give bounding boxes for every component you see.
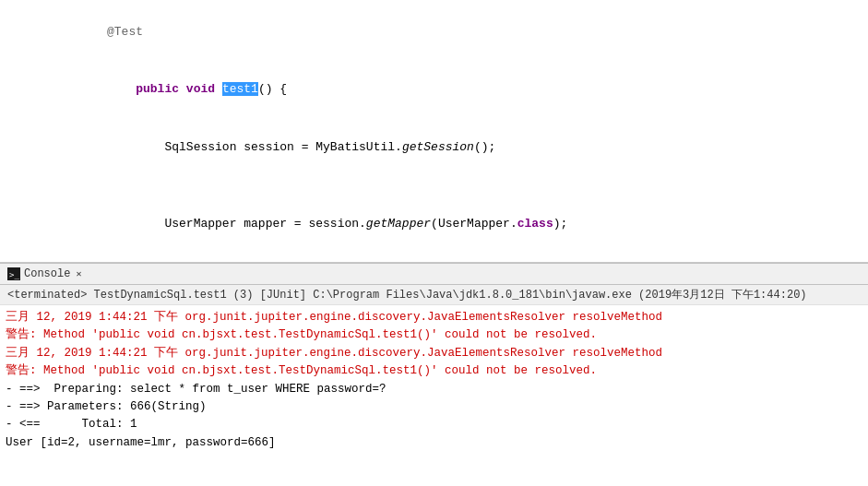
console-section: >_ Console ✕ <terminated> TestDynamicSql… — [0, 263, 868, 486]
code-editor: @Test public void test1() { SqlSession s… — [0, 0, 868, 263]
terminated-text: <terminated> TestDynamicSql.test1 (3) [J… — [7, 289, 807, 302]
code-content: @Test public void test1() { SqlSession s… — [0, 0, 868, 263]
console-output-line: 警告: Method 'public void cn.bjsxt.test.Te… — [6, 362, 862, 380]
line-text: SqlSession session = MyBatisUtil.getSess… — [35, 119, 861, 176]
terminated-bar: <terminated> TestDynamicSql.test1 (3) [J… — [0, 285, 868, 305]
console-header: >_ Console ✕ — [0, 263, 868, 285]
line-text: public void test1() { — [35, 61, 861, 118]
console-output-line: 三月 12, 2019 1:44:21 下午 org.junit.jupiter… — [6, 345, 862, 362]
keyword-public: public — [136, 82, 179, 96]
annotation-text: @Test — [107, 25, 143, 39]
line-text: @Test — [35, 4, 861, 61]
console-output-line: - <== Total: 1 — [6, 416, 862, 433]
code-line: @Test — [0, 4, 868, 61]
console-output-line: 三月 12, 2019 1:44:21 下午 org.junit.jupiter… — [6, 309, 862, 326]
code-line: SqlSession session = MyBatisUtil.getSess… — [0, 119, 868, 176]
line-text: List<User> sel = mapper.sel("", "666"); — [35, 253, 861, 263]
console-output[interactable]: 三月 12, 2019 1:44:21 下午 org.junit.jupiter… — [0, 305, 868, 486]
code-line — [0, 176, 868, 196]
keyword-class: class — [517, 217, 553, 231]
console-tab-label: Console — [24, 267, 70, 280]
console-output-line: 警告: Method 'public void cn.bjsxt.test.Te… — [6, 326, 862, 344]
console-output-line: User [id=2, username=lmr, password=666] — [6, 434, 862, 452]
app-container: @Test public void test1() { SqlSession s… — [0, 0, 868, 486]
line-text: UserMapper mapper = session.getMapper(Us… — [35, 196, 861, 253]
line-text — [35, 176, 861, 196]
svg-text:>_: >_ — [9, 270, 19, 279]
code-line: UserMapper mapper = session.getMapper(Us… — [0, 196, 868, 253]
method-selected: test1 — [222, 82, 258, 96]
method-italic: getMapper — [366, 217, 431, 231]
code-line: List<User> sel = mapper.sel("", "666"); — [0, 253, 868, 263]
console-output-line: - ==> Parameters: 666(String) — [6, 398, 862, 416]
console-tab[interactable]: >_ Console ✕ — [7, 267, 81, 280]
console-output-line: - ==> Preparing: select * from t_user WH… — [6, 381, 862, 398]
console-tab-superscript: ✕ — [76, 268, 81, 279]
keyword-void: void — [186, 82, 215, 96]
method-italic: getSession — [402, 140, 474, 154]
code-line: public void test1() { — [0, 61, 868, 118]
console-icon: >_ — [7, 267, 20, 280]
